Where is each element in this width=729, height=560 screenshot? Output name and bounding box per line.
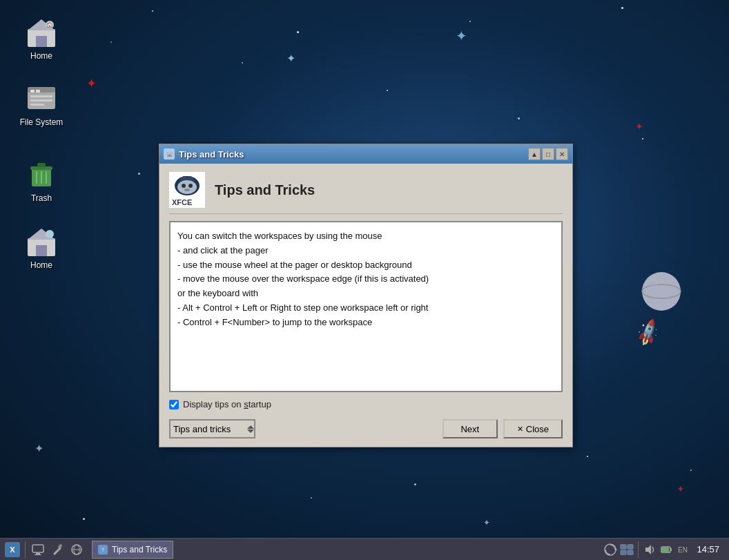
taskbar-display-icon[interactable] bbox=[30, 541, 46, 558]
close-icon: ✕ bbox=[517, 425, 523, 434]
dialog-header-title: Tips and Tricks bbox=[215, 182, 315, 198]
dialog-header: XFCE Tips and Tricks bbox=[169, 172, 563, 214]
tip-text: You can switch the workspaces by using t… bbox=[177, 231, 429, 327]
svg-rect-17 bbox=[37, 163, 46, 167]
svg-rect-50 bbox=[628, 544, 633, 548]
svg-text:🏠: 🏠 bbox=[46, 21, 53, 28]
svg-marker-53 bbox=[645, 545, 651, 554]
taskbar: X bbox=[0, 538, 729, 560]
star-decoration: ✦ bbox=[456, 28, 467, 44]
taskbar-window-icon: ? bbox=[98, 545, 108, 554]
svg-point-0 bbox=[642, 272, 681, 311]
desktop: ✦ ✦ ✦ ✦ ✦ ✦ ✦ 🚀 🏠 Home bbox=[0, 0, 729, 560]
svg-text:XFCE: XFCE bbox=[172, 198, 192, 206]
home2-label: Home bbox=[30, 260, 52, 270]
taskbar-workspace-icon[interactable] bbox=[603, 543, 617, 557]
svg-rect-14 bbox=[30, 104, 44, 106]
svg-rect-41 bbox=[57, 543, 62, 548]
next-button[interactable]: Next bbox=[443, 419, 498, 438]
star-decoration: ✦ bbox=[677, 483, 685, 494]
svg-text:X: X bbox=[10, 545, 15, 554]
svg-rect-55 bbox=[670, 548, 672, 551]
taskbar-divider-1 bbox=[25, 541, 26, 558]
close-button[interactable]: ✕ Close bbox=[503, 419, 563, 438]
svg-rect-23 bbox=[36, 245, 47, 256]
filesystem-icon bbox=[25, 81, 58, 115]
tip-content-area: You can switch the workspaces by using t… bbox=[169, 221, 563, 392]
taskbar-desktop-icon[interactable] bbox=[620, 543, 634, 557]
xfce-logo-icon: XFCE bbox=[169, 172, 205, 208]
svg-point-32 bbox=[182, 184, 186, 188]
svg-rect-5 bbox=[36, 36, 47, 47]
titlebar-maximize-button[interactable]: □ bbox=[542, 148, 554, 160]
display-tips-label: Display tips on startup bbox=[183, 399, 271, 409]
svg-rect-51 bbox=[621, 550, 626, 554]
taskbar-network-icon[interactable] bbox=[68, 541, 85, 558]
dialog-footer: Tips and tricks Keyboard shortcuts Deskt… bbox=[169, 416, 563, 438]
svg-text:?: ? bbox=[101, 548, 104, 552]
star-decoration: ✦ bbox=[35, 442, 43, 455]
home1-label: Home bbox=[30, 51, 52, 61]
svg-rect-12 bbox=[30, 95, 52, 97]
trash-bin-icon bbox=[25, 157, 58, 191]
taskbar-window-tips[interactable]: ? Tips and Tricks bbox=[92, 541, 173, 559]
taskbar-keyboard-icon[interactable]: EN bbox=[676, 543, 690, 557]
svg-point-2 bbox=[649, 282, 657, 287]
rocket-decoration: 🚀 bbox=[632, 317, 664, 348]
svg-rect-11 bbox=[36, 90, 40, 93]
dialog-title-icon: 🐭 bbox=[164, 148, 175, 160]
desktop-icon-filesystem[interactable]: File System bbox=[14, 81, 69, 127]
svg-rect-13 bbox=[30, 99, 52, 102]
dialog-title-left: 🐭 Tips and Tricks bbox=[164, 148, 244, 160]
desktop-icon-home1[interactable]: 🏠 Home bbox=[14, 15, 69, 61]
home-folder-icon2 bbox=[25, 224, 58, 258]
checkbox-row: Display tips on startup bbox=[169, 399, 563, 409]
svg-point-24 bbox=[46, 230, 54, 238]
taskbar-start-area: X bbox=[0, 539, 89, 560]
close-label: Close bbox=[526, 424, 549, 434]
taskbar-tool-icon[interactable] bbox=[49, 541, 66, 558]
taskbar-clock: 14:57 bbox=[692, 543, 723, 556]
svg-rect-52 bbox=[628, 550, 633, 554]
home-folder-icon: 🏠 bbox=[25, 15, 58, 48]
footer-right: Next ✕ Close bbox=[443, 419, 563, 438]
taskbar-window-label: Tips and Tricks bbox=[112, 545, 167, 554]
star-decoration: ✦ bbox=[86, 76, 97, 91]
taskbar-battery-icon[interactable] bbox=[659, 543, 673, 557]
display-tips-checkbox[interactable] bbox=[169, 400, 179, 409]
planet-decoration bbox=[639, 269, 684, 317]
svg-rect-10 bbox=[30, 90, 35, 93]
tips-dialog: 🐭 Tips and Tricks ▲ □ ✕ bbox=[159, 144, 573, 447]
taskbar-right: EN 14:57 bbox=[603, 541, 729, 558]
svg-rect-39 bbox=[36, 553, 40, 554]
titlebar-close-button[interactable]: ✕ bbox=[556, 148, 568, 160]
svg-rect-49 bbox=[621, 544, 626, 548]
svg-text:🐭: 🐭 bbox=[166, 151, 174, 159]
taskbar-vol-icon[interactable] bbox=[643, 543, 657, 557]
svg-point-31 bbox=[177, 180, 197, 194]
star-decoration: ✦ bbox=[483, 518, 490, 528]
category-select-wrapper: Tips and tricks Keyboard shortcuts Deskt… bbox=[169, 419, 255, 438]
footer-left: Tips and tricks Keyboard shortcuts Deskt… bbox=[169, 419, 255, 438]
titlebar-roll-button[interactable]: ▲ bbox=[528, 148, 541, 160]
star-decoration: ✦ bbox=[635, 121, 643, 132]
svg-rect-56 bbox=[662, 548, 669, 552]
desktop-icon-trash[interactable]: Trash bbox=[14, 157, 69, 203]
taskbar-apps-icon[interactable]: X bbox=[4, 541, 21, 558]
dialog-title-text: Tips and Tricks bbox=[179, 149, 244, 160]
svg-rect-40 bbox=[35, 554, 41, 555]
dialog-title-buttons: ▲ □ ✕ bbox=[528, 148, 568, 160]
svg-point-47 bbox=[605, 544, 616, 555]
filesystem-label: File System bbox=[20, 117, 64, 127]
star-decoration: ✦ bbox=[286, 52, 295, 65]
taskbar-divider-2 bbox=[638, 541, 639, 558]
svg-point-33 bbox=[188, 184, 193, 188]
svg-rect-38 bbox=[32, 545, 43, 552]
dialog-titlebar: 🐭 Tips and Tricks ▲ □ ✕ bbox=[159, 144, 572, 164]
category-select[interactable]: Tips and tricks Keyboard shortcuts Deskt… bbox=[169, 419, 255, 438]
desktop-icon-home2[interactable]: Home bbox=[14, 224, 69, 270]
svg-point-34 bbox=[184, 189, 190, 191]
dialog-body: XFCE Tips and Tricks You can switch the … bbox=[159, 164, 572, 447]
trash-label: Trash bbox=[31, 193, 52, 203]
svg-text:EN: EN bbox=[679, 546, 688, 554]
